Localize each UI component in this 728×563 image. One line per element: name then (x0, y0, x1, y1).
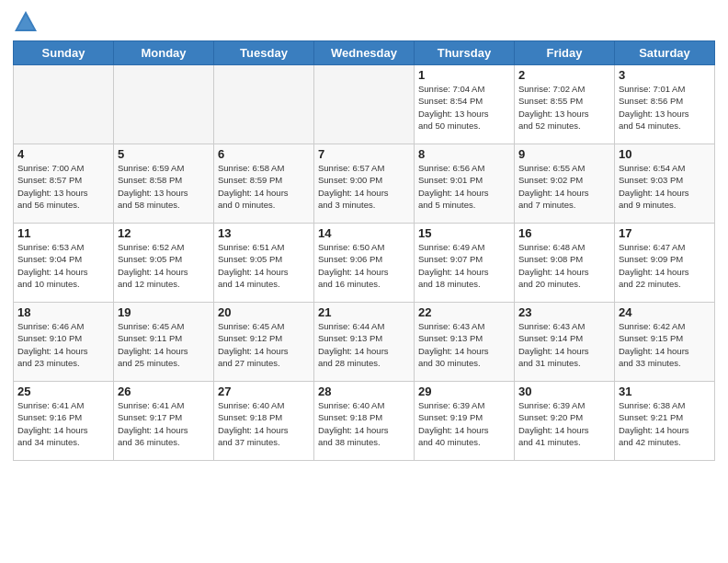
day-info: Sunrise: 6:56 AM Sunset: 9:01 PM Dayligh… (418, 162, 510, 211)
day-cell: 21Sunrise: 6:44 AM Sunset: 9:13 PM Dayli… (314, 303, 415, 382)
day-info: Sunrise: 6:45 AM Sunset: 9:11 PM Dayligh… (118, 320, 210, 369)
day-info: Sunrise: 6:41 AM Sunset: 9:16 PM Dayligh… (17, 399, 109, 448)
day-number: 4 (17, 147, 109, 161)
day-info: Sunrise: 6:45 AM Sunset: 9:12 PM Dayligh… (218, 320, 310, 369)
day-number: 12 (118, 226, 210, 240)
weekday-header-monday: Monday (114, 41, 214, 65)
day-cell: 25Sunrise: 6:41 AM Sunset: 9:16 PM Dayli… (14, 382, 114, 461)
day-cell: 11Sunrise: 6:53 AM Sunset: 9:04 PM Dayli… (14, 224, 114, 303)
day-cell: 27Sunrise: 6:40 AM Sunset: 9:18 PM Dayli… (214, 382, 314, 461)
day-info: Sunrise: 6:49 AM Sunset: 9:07 PM Dayligh… (418, 241, 510, 290)
day-info: Sunrise: 7:04 AM Sunset: 8:54 PM Dayligh… (418, 83, 510, 132)
day-info: Sunrise: 6:42 AM Sunset: 9:15 PM Dayligh… (619, 320, 711, 369)
day-cell: 1Sunrise: 7:04 AM Sunset: 8:54 PM Daylig… (415, 65, 515, 144)
day-info: Sunrise: 6:39 AM Sunset: 9:20 PM Dayligh… (518, 399, 610, 448)
weekday-header-thursday: Thursday (415, 41, 515, 65)
day-cell: 19Sunrise: 6:45 AM Sunset: 9:11 PM Dayli… (114, 303, 214, 382)
day-number: 5 (118, 147, 210, 161)
day-cell: 7Sunrise: 6:57 AM Sunset: 9:00 PM Daylig… (314, 144, 415, 224)
day-cell: 9Sunrise: 6:55 AM Sunset: 9:02 PM Daylig… (515, 144, 615, 224)
day-info: Sunrise: 6:53 AM Sunset: 9:04 PM Dayligh… (17, 241, 109, 290)
day-number: 25 (17, 385, 109, 398)
day-cell: 6Sunrise: 6:58 AM Sunset: 8:59 PM Daylig… (214, 144, 314, 224)
day-cell (214, 65, 314, 144)
day-cell: 15Sunrise: 6:49 AM Sunset: 9:07 PM Dayli… (415, 224, 515, 303)
day-info: Sunrise: 7:02 AM Sunset: 8:55 PM Dayligh… (518, 83, 610, 132)
day-info: Sunrise: 6:46 AM Sunset: 9:10 PM Dayligh… (17, 320, 109, 369)
day-info: Sunrise: 6:47 AM Sunset: 9:09 PM Dayligh… (619, 241, 711, 290)
day-number: 7 (318, 147, 410, 161)
day-cell: 2Sunrise: 7:02 AM Sunset: 8:55 PM Daylig… (515, 65, 615, 144)
day-number: 10 (619, 147, 711, 161)
day-number: 31 (619, 385, 711, 398)
day-cell: 24Sunrise: 6:42 AM Sunset: 9:15 PM Dayli… (615, 303, 715, 382)
day-number: 30 (518, 385, 610, 398)
day-cell: 3Sunrise: 7:01 AM Sunset: 8:56 PM Daylig… (615, 65, 715, 144)
day-number: 22 (418, 305, 510, 319)
calendar: SundayMondayTuesdayWednesdayThursdayFrid… (13, 40, 715, 461)
day-info: Sunrise: 7:01 AM Sunset: 8:56 PM Dayligh… (619, 83, 711, 132)
day-number: 20 (218, 305, 310, 319)
day-info: Sunrise: 6:40 AM Sunset: 9:18 PM Dayligh… (318, 399, 410, 448)
day-number: 29 (418, 385, 510, 398)
day-cell: 10Sunrise: 6:54 AM Sunset: 9:03 PM Dayli… (615, 144, 715, 224)
day-number: 3 (619, 68, 711, 82)
weekday-header-tuesday: Tuesday (214, 41, 314, 65)
day-info: Sunrise: 6:44 AM Sunset: 9:13 PM Dayligh… (318, 320, 410, 369)
day-info: Sunrise: 6:43 AM Sunset: 9:14 PM Dayligh… (518, 320, 610, 369)
day-number: 14 (318, 226, 410, 240)
weekday-header-saturday: Saturday (615, 41, 715, 65)
day-number: 27 (218, 385, 310, 398)
week-row-3: 11Sunrise: 6:53 AM Sunset: 9:04 PM Dayli… (14, 224, 715, 303)
day-cell: 29Sunrise: 6:39 AM Sunset: 9:19 PM Dayli… (415, 382, 515, 461)
day-info: Sunrise: 6:55 AM Sunset: 9:02 PM Dayligh… (518, 162, 610, 211)
day-info: Sunrise: 6:39 AM Sunset: 9:19 PM Dayligh… (418, 399, 510, 448)
day-info: Sunrise: 7:00 AM Sunset: 8:57 PM Dayligh… (17, 162, 109, 211)
day-number: 28 (318, 385, 410, 398)
day-info: Sunrise: 6:57 AM Sunset: 9:00 PM Dayligh… (318, 162, 410, 211)
day-number: 9 (518, 147, 610, 161)
day-cell (314, 65, 415, 144)
day-number: 15 (418, 226, 510, 240)
day-number: 18 (17, 305, 109, 319)
day-number: 8 (418, 147, 510, 161)
day-cell: 12Sunrise: 6:52 AM Sunset: 9:05 PM Dayli… (114, 224, 214, 303)
week-row-4: 18Sunrise: 6:46 AM Sunset: 9:10 PM Dayli… (14, 303, 715, 382)
day-cell: 4Sunrise: 7:00 AM Sunset: 8:57 PM Daylig… (14, 144, 114, 224)
day-info: Sunrise: 6:43 AM Sunset: 9:13 PM Dayligh… (418, 320, 510, 369)
day-info: Sunrise: 6:54 AM Sunset: 9:03 PM Dayligh… (619, 162, 711, 211)
weekday-header-row: SundayMondayTuesdayWednesdayThursdayFrid… (14, 41, 715, 65)
day-cell (114, 65, 214, 144)
weekday-header-friday: Friday (515, 41, 615, 65)
day-cell: 22Sunrise: 6:43 AM Sunset: 9:13 PM Dayli… (415, 303, 515, 382)
day-cell: 18Sunrise: 6:46 AM Sunset: 9:10 PM Dayli… (14, 303, 114, 382)
day-number: 6 (218, 147, 310, 161)
logo-icon (13, 9, 39, 35)
day-cell: 31Sunrise: 6:38 AM Sunset: 9:21 PM Dayli… (615, 382, 715, 461)
day-cell: 17Sunrise: 6:47 AM Sunset: 9:09 PM Dayli… (615, 224, 715, 303)
day-cell: 13Sunrise: 6:51 AM Sunset: 9:05 PM Dayli… (214, 224, 314, 303)
week-row-2: 4Sunrise: 7:00 AM Sunset: 8:57 PM Daylig… (14, 144, 715, 224)
day-cell: 5Sunrise: 6:59 AM Sunset: 8:58 PM Daylig… (114, 144, 214, 224)
day-info: Sunrise: 6:41 AM Sunset: 9:17 PM Dayligh… (118, 399, 210, 448)
day-cell: 20Sunrise: 6:45 AM Sunset: 9:12 PM Dayli… (214, 303, 314, 382)
day-cell: 16Sunrise: 6:48 AM Sunset: 9:08 PM Dayli… (515, 224, 615, 303)
day-number: 26 (118, 385, 210, 398)
day-number: 19 (118, 305, 210, 319)
day-number: 21 (318, 305, 410, 319)
day-info: Sunrise: 6:58 AM Sunset: 8:59 PM Dayligh… (218, 162, 310, 211)
day-number: 11 (17, 226, 109, 240)
day-info: Sunrise: 6:59 AM Sunset: 8:58 PM Dayligh… (118, 162, 210, 211)
day-cell: 28Sunrise: 6:40 AM Sunset: 9:18 PM Dayli… (314, 382, 415, 461)
day-number: 24 (619, 305, 711, 319)
day-cell (14, 65, 114, 144)
week-row-5: 25Sunrise: 6:41 AM Sunset: 9:16 PM Dayli… (14, 382, 715, 461)
day-number: 1 (418, 68, 510, 82)
header (13, 9, 715, 35)
day-cell: 26Sunrise: 6:41 AM Sunset: 9:17 PM Dayli… (114, 382, 214, 461)
day-info: Sunrise: 6:50 AM Sunset: 9:06 PM Dayligh… (318, 241, 410, 290)
day-number: 16 (518, 226, 610, 240)
logo (13, 9, 42, 35)
day-info: Sunrise: 6:40 AM Sunset: 9:18 PM Dayligh… (218, 399, 310, 448)
weekday-header-sunday: Sunday (14, 41, 114, 65)
